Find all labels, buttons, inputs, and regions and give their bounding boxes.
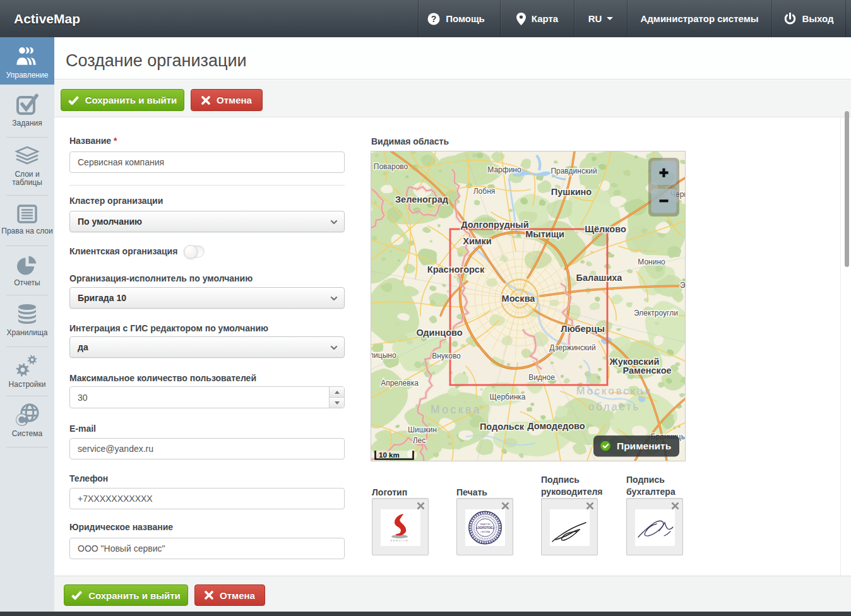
svg-text:Зеленоград: Зеленоград [395,194,448,204]
svg-text:Апрелевка: Апрелевка [381,379,419,388]
svg-text:Пушкино: Пушкино [551,187,592,197]
svg-text:Лобня: Лобня [473,187,496,196]
svg-text:Балашиха: Балашиха [576,273,623,283]
svg-text:Одинцово: Одинцово [416,328,462,338]
svg-text:Шишкин: Шишкин [408,425,437,434]
svg-text:Дзержинский: Дзержинский [549,343,595,352]
svg-text:Марфино: Марфино [487,165,521,174]
svg-text:Голицыно: Голицыно [371,351,396,360]
svg-text:Московская: Московская [576,385,652,396]
svg-text:Поварово: Поварово [374,162,408,171]
svg-text:г. МОСКВА: г. МОСКВА [480,531,490,533]
svg-text:Видное: Видное [528,373,555,382]
svg-text:Монино: Монино [638,258,665,266]
svg-text:«ЗОЛОТОЕ»: «ЗОЛОТОЕ» [476,526,494,530]
svg-text:Лес: Лес [413,436,426,445]
svg-text:область: область [588,401,640,412]
svg-text:Долгопрудный: Долгопрудный [461,220,528,230]
svg-text:Красногорск: Красногорск [427,264,485,275]
svg-text:Москва: Москва [502,293,536,304]
svg-text:Внуково: Внуково [432,352,461,360]
svg-text:Люберцы: Люберцы [561,324,605,334]
svg-text:Применить: Применить [617,441,671,451]
svg-text:Электроугли: Электроугли [634,309,678,317]
svg-text:Мытищи: Мытищи [525,229,564,239]
svg-text:?: ? [431,13,437,23]
svg-text:Химки: Химки [463,236,491,246]
svg-text:Электр: Электр [680,281,685,290]
svg-text:Раменское: Раменское [622,365,671,376]
svg-text:Щербинка: Щербинка [490,393,526,401]
svg-text:ОБЩЕСТВО: ОБЩЕСТВО [480,523,491,526]
svg-text:Домодедово: Домодедово [527,421,585,431]
svg-text:Подольск: Подольск [480,422,525,432]
svg-text:Москва: Москва [431,403,482,416]
svg-text:SERVICE: SERVICE [391,539,409,542]
svg-text:Правдинский: Правдинский [550,167,597,175]
svg-text:Щёлково: Щёлково [585,224,626,234]
svg-text:10 km: 10 km [379,451,400,459]
